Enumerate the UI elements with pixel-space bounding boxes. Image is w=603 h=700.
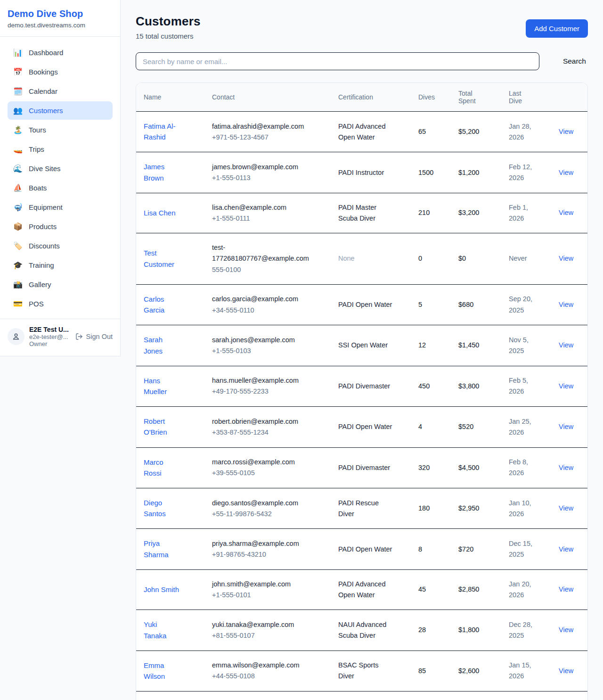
customer-name-link[interactable]: Robert O'Brien [144,416,181,438]
customer-total-spent: $1,200 [451,152,501,193]
sidebar-item-trips[interactable]: 🚤 Trips [8,140,113,158]
view-customer-link[interactable]: View [559,209,573,216]
customer-last-dive: Sep 20, 2025 [509,294,538,315]
customer-certification: SSI Open Water [338,340,395,351]
view-customer-link[interactable]: View [559,423,573,430]
customer-phone: +34-555-0110 [212,305,323,316]
customer-phone: +1-555-0113 [212,173,323,183]
customer-certification: PADI Divemaster [338,462,395,473]
view-customer-link[interactable]: View [559,255,573,262]
sidebar-item-dive-sites[interactable]: 🌊 Dive Sites [8,159,113,178]
customer-dives: 5 [411,284,451,325]
sidebar-item-training[interactable]: 🎓 Training [8,256,113,274]
sidebar-item-boats[interactable]: ⛵ Boats [8,179,113,197]
customer-name-link[interactable]: Diego Santos [144,497,181,519]
customer-email: james.brown@example.com [212,162,312,173]
customer-certification: NAUI Advanced Scuba Diver [338,619,395,641]
customer-email: hans.mueller@example.com [212,375,312,386]
customer-name-link[interactable]: Yuki Tanaka [144,619,181,641]
customer-dives: 180 [411,488,451,529]
sign-out-button[interactable]: Sign Out [75,333,113,340]
customer-name-link[interactable]: Test Customer [144,247,181,270]
customer-total-spent: $2,100 [451,692,501,700]
customer-last-dive: Jan 10, 2026 [509,498,538,519]
add-customer-button[interactable]: Add Customer [526,19,588,38]
customer-email: john.smith@example.com [212,579,312,590]
customer-name-link[interactable]: Marco Rossi [144,457,181,479]
customer-name-link[interactable]: Emma Wilson [144,660,181,682]
customer-name-link[interactable]: John Smith [144,584,179,595]
customer-last-dive: Jan 28, 2026 [509,121,538,143]
shop-title[interactable]: Demo Dive Shop [8,8,113,19]
sidebar-item-equipment[interactable]: 🤿 Equipment [8,198,113,216]
search-button[interactable]: Search [561,57,588,66]
customer-dives: 45 [411,569,451,609]
customer-dives: 8 [411,529,451,569]
sidebar-item-dashboard[interactable]: 📊 Dashboard [8,43,113,62]
sidebar-item-bookings[interactable]: 📅 Bookings [8,63,113,81]
customer-dives: 12 [411,325,451,366]
customer-dives: 4 [411,407,451,447]
sidebar-item-discounts[interactable]: 🏷️ Discounts [8,237,113,255]
sidebar-nav: 📊 Dashboard 📅 Bookings 🗓️ Calendar 👥 Cus… [0,37,120,319]
view-customer-link[interactable]: View [559,301,573,308]
page-header: Customers 15 total customers Add Custome… [136,14,588,40]
customer-total-spent: $5,200 [451,112,501,152]
customer-name-link[interactable]: Fatima Al-Rashid [144,121,181,143]
customer-dives: 210 [411,193,451,233]
customer-name-link[interactable]: Sarah Jones [144,334,181,356]
customer-name-link[interactable]: Priya Sharma [144,538,181,560]
view-customer-link[interactable]: View [559,545,573,553]
table-row: Priya Sharma priya.sharma@example.com +9… [136,529,588,569]
customer-total-spent: $4,500 [451,447,501,488]
user-meta: E2E Test U... e2e-tester@... Owner [29,326,71,347]
table-row: Test Customer test-1772681807767@example… [136,233,588,285]
customer-certification: None [338,253,395,264]
customer-certification: PADI Open Water [338,299,395,310]
customer-name-link[interactable]: Hans Mueller [144,375,181,397]
customer-phone: 555-0100 [212,264,323,275]
boats-icon: ⛵ [13,183,23,192]
bookings-icon: 📅 [13,67,23,76]
dashboard-icon: 📊 [13,48,23,57]
customer-last-dive: Feb 1, 2026 [509,202,538,224]
sidebar-item-gallery[interactable]: 📸 Gallery [8,275,113,294]
view-customer-link[interactable]: View [559,667,573,675]
customer-certification: PADI Instructor [338,167,395,178]
view-customer-link[interactable]: View [559,128,573,135]
view-customer-link[interactable]: View [559,169,573,176]
view-customer-link[interactable]: View [559,626,573,634]
customer-email: fatima.alrashid@example.com [212,121,312,132]
customer-last-dive: Feb 12, 2026 [509,162,538,183]
customer-name-link[interactable]: Carlos Garcia [144,294,181,316]
customer-email: test-1772681807767@example.com [212,242,312,264]
column-header-total-spent: Total Spent [451,83,501,112]
customer-certification: PADI Rescue Diver [338,498,395,519]
customer-name-link[interactable]: Lisa Chen [144,207,176,218]
customer-email: robert.obrien@example.com [212,416,312,427]
customer-phone: +1-555-0101 [212,590,323,601]
customer-total-spent: $520 [451,407,501,447]
calendar-icon: 🗓️ [13,87,23,96]
customer-certification: PADI Master Scuba Diver [338,202,395,224]
customers-table: NameContactCertificationDivesTotal Spent… [136,83,588,700]
customer-certification: PADI Open Water [338,421,395,432]
sign-out-label: Sign Out [86,333,113,340]
sidebar-item-calendar[interactable]: 🗓️ Calendar [8,82,113,100]
sidebar-item-customers[interactable]: 👥 Customers [8,101,113,120]
view-customer-link[interactable]: View [559,504,573,512]
sidebar-user-section: E2E Test U... e2e-tester@... Owner Sign … [0,319,120,354]
customer-email: yuki.tanaka@example.com [212,619,312,630]
customer-name-link[interactable]: James Brown [144,161,181,183]
search-input[interactable] [136,52,539,70]
sidebar-item-tours[interactable]: 🏝️ Tours [8,121,113,139]
avatar [8,328,24,345]
customer-last-dive: Jan 20, 2026 [509,579,538,601]
view-customer-link[interactable]: View [559,382,573,390]
sidebar-item-products[interactable]: 📦 Products [8,217,113,236]
view-customer-link[interactable]: View [559,585,573,593]
sidebar-item-pos[interactable]: 💳 POS [8,295,113,313]
view-customer-link[interactable]: View [559,464,573,471]
view-customer-link[interactable]: View [559,341,573,349]
customer-email: sarah.jones@example.com [212,335,312,346]
